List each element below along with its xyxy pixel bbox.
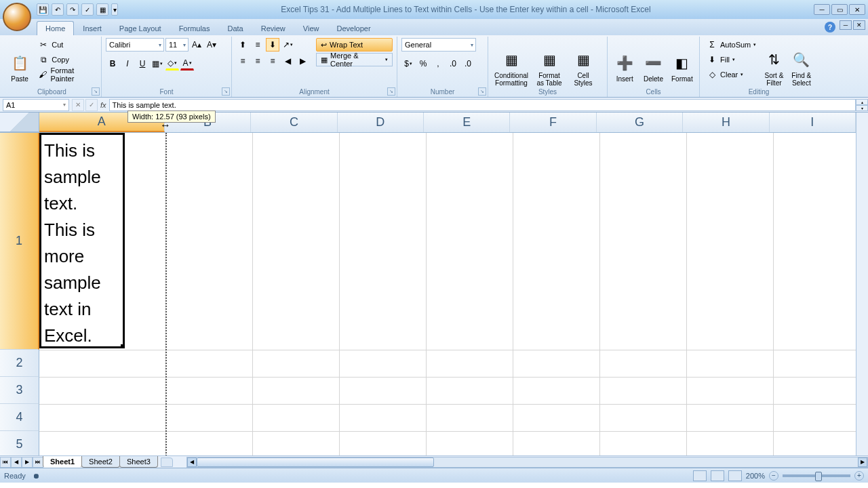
formula-bar-input[interactable]: This is sample text. bbox=[109, 99, 856, 111]
ribbon-minimize[interactable]: ─ bbox=[840, 20, 852, 30]
wrap-text-button[interactable]: ↩Wrap Text bbox=[316, 38, 393, 52]
tab-formulas[interactable]: Formulas bbox=[170, 21, 219, 35]
cut-button[interactable]: ✂Cut bbox=[35, 38, 97, 52]
bold-button[interactable]: B bbox=[106, 57, 119, 70]
qat-undo[interactable]: ↶ bbox=[52, 3, 64, 16]
italic-button[interactable]: I bbox=[121, 57, 134, 70]
select-all-corner[interactable] bbox=[0, 113, 39, 132]
fill-color-button[interactable]: ◇ bbox=[165, 57, 179, 70]
sheet-nav-last[interactable]: ⏭ bbox=[33, 457, 43, 468]
percent-button[interactable]: % bbox=[416, 57, 430, 70]
cell-A1[interactable]: This is sample text. This is more sample… bbox=[39, 133, 125, 348]
row-header-5[interactable]: 5 bbox=[0, 431, 39, 455]
sheet-tab-1[interactable]: Sheet1 bbox=[43, 456, 82, 468]
qat-more[interactable]: ▾ bbox=[111, 3, 118, 16]
sheet-nav-prev[interactable]: ◀ bbox=[11, 457, 22, 468]
sheet-nav-next[interactable]: ▶ bbox=[22, 457, 33, 468]
minimize-button[interactable]: ─ bbox=[814, 4, 830, 15]
copy-button[interactable]: ⧉Copy bbox=[35, 53, 97, 66]
tab-data[interactable]: Data bbox=[218, 21, 252, 35]
border-button[interactable]: ▦ bbox=[151, 57, 164, 70]
align-center[interactable]: ≡ bbox=[251, 54, 264, 68]
autosum-button[interactable]: ΣAutoSum▾ bbox=[704, 38, 759, 52]
new-sheet-button[interactable] bbox=[161, 458, 173, 467]
align-left[interactable]: ≡ bbox=[236, 54, 250, 68]
decrease-decimal[interactable]: .0 bbox=[461, 57, 475, 70]
merge-center-button[interactable]: ▦Merge & Center▾ bbox=[316, 53, 393, 66]
row-header-3[interactable]: 3 bbox=[0, 377, 39, 404]
name-box[interactable]: A1 bbox=[3, 99, 69, 111]
col-header-C[interactable]: C bbox=[251, 113, 337, 132]
font-dialog-launcher[interactable]: ↘ bbox=[222, 87, 230, 96]
shrink-font-button[interactable]: A▾ bbox=[205, 38, 218, 52]
formula-expand-up[interactable]: ▴ bbox=[856, 99, 868, 105]
sheet-tab-2[interactable]: Sheet2 bbox=[81, 456, 120, 468]
zoom-out[interactable]: − bbox=[769, 471, 778, 481]
tab-home[interactable]: Home bbox=[37, 21, 74, 35]
close-button[interactable]: ✕ bbox=[849, 4, 865, 15]
qat-save[interactable]: 💾 bbox=[37, 3, 49, 16]
alignment-dialog-launcher[interactable]: ↘ bbox=[387, 87, 395, 96]
align-middle[interactable]: ≡ bbox=[251, 38, 264, 52]
align-top[interactable]: ⬆ bbox=[236, 38, 250, 52]
col-header-I[interactable]: I bbox=[770, 113, 856, 132]
underline-button[interactable]: U bbox=[136, 57, 149, 70]
office-button[interactable] bbox=[3, 3, 31, 31]
font-name-select[interactable]: Calibri bbox=[106, 38, 164, 52]
doc-close[interactable]: ✕ bbox=[853, 20, 865, 30]
zoom-slider[interactable] bbox=[783, 474, 850, 477]
maximize-button[interactable]: ▭ bbox=[831, 4, 848, 15]
zoom-level[interactable]: 200% bbox=[746, 472, 765, 480]
increase-decimal[interactable]: .0 bbox=[446, 57, 460, 70]
hscroll-right[interactable]: ▶ bbox=[858, 458, 867, 467]
view-page-layout[interactable] bbox=[711, 470, 724, 481]
tab-developer[interactable]: Developer bbox=[328, 21, 379, 35]
comma-button[interactable]: , bbox=[431, 57, 445, 70]
fill-button[interactable]: ⬇Fill▾ bbox=[704, 53, 759, 66]
view-normal[interactable] bbox=[693, 470, 707, 481]
increase-indent[interactable]: ▶ bbox=[296, 54, 309, 68]
qat-custom1[interactable]: ✓ bbox=[81, 3, 94, 16]
hscroll-left[interactable]: ◀ bbox=[187, 458, 197, 467]
col-header-E[interactable]: E bbox=[424, 113, 510, 132]
tab-view[interactable]: View bbox=[294, 21, 328, 35]
clear-button[interactable]: ◇Clear▾ bbox=[704, 68, 759, 81]
orientation-button[interactable]: ↗ bbox=[281, 38, 294, 52]
col-header-D[interactable]: D bbox=[338, 113, 424, 132]
formula-expand-down[interactable]: ▾ bbox=[856, 105, 868, 111]
col-header-G[interactable]: G bbox=[597, 113, 683, 132]
align-bottom[interactable]: ⬇ bbox=[266, 38, 279, 52]
font-color-button[interactable]: A bbox=[180, 57, 194, 70]
font-size-select[interactable]: 11 bbox=[165, 38, 189, 52]
macro-record-icon[interactable]: ⏺ bbox=[33, 472, 40, 480]
fx-icon[interactable]: fx bbox=[100, 101, 106, 109]
enter-formula[interactable]: ✓ bbox=[85, 99, 98, 111]
col-header-F[interactable]: F bbox=[510, 113, 596, 132]
row-header-4[interactable]: 4 bbox=[0, 404, 39, 431]
cancel-formula[interactable]: ✕ bbox=[72, 99, 84, 111]
hscroll-thumb[interactable] bbox=[197, 458, 434, 467]
row-header-1[interactable]: 1 bbox=[0, 133, 39, 350]
help-icon[interactable]: ? bbox=[825, 22, 835, 33]
number-format-select[interactable]: General bbox=[401, 38, 476, 52]
decrease-indent[interactable]: ◀ bbox=[281, 54, 294, 68]
format-painter-button[interactable]: 🖌Format Painter bbox=[35, 68, 97, 81]
view-page-break[interactable] bbox=[728, 470, 742, 481]
horizontal-scrollbar[interactable]: ◀ ▶ bbox=[186, 457, 868, 468]
clipboard-dialog-launcher[interactable]: ↘ bbox=[92, 87, 100, 96]
align-right[interactable]: ≡ bbox=[266, 54, 279, 68]
sheet-nav-first[interactable]: ⏮ bbox=[0, 457, 11, 468]
tab-insert[interactable]: Insert bbox=[74, 21, 111, 35]
vertical-scrollbar[interactable] bbox=[856, 113, 868, 455]
qat-redo[interactable]: ↷ bbox=[66, 3, 79, 16]
number-dialog-launcher[interactable]: ↘ bbox=[478, 87, 486, 96]
col-header-H[interactable]: H bbox=[683, 113, 769, 132]
zoom-in[interactable]: + bbox=[854, 471, 864, 481]
sheet-tab-3[interactable]: Sheet3 bbox=[119, 456, 158, 468]
qat-custom2[interactable]: ▦ bbox=[96, 3, 108, 16]
currency-button[interactable]: $ bbox=[401, 57, 415, 70]
fill-handle[interactable] bbox=[121, 344, 125, 348]
grow-font-button[interactable]: A▴ bbox=[190, 38, 203, 52]
row-header-2[interactable]: 2 bbox=[0, 350, 39, 377]
tab-page-layout[interactable]: Page Layout bbox=[111, 21, 170, 35]
